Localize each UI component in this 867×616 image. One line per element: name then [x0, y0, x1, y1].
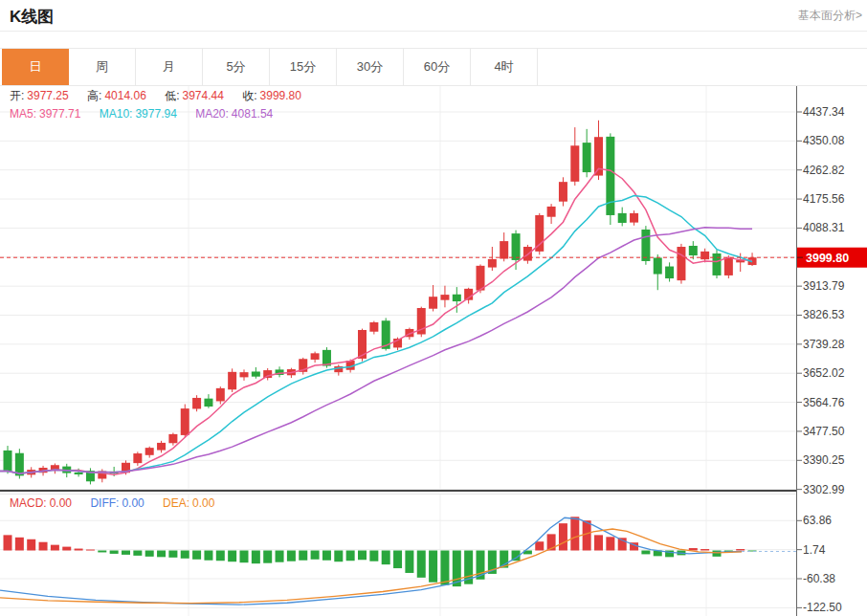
svg-text:3739.28: 3739.28	[803, 338, 845, 351]
period-tabs: 日周月5分15分30分60分4时	[2, 49, 538, 85]
tab-item-2[interactable]: 月	[136, 49, 203, 85]
svg-text:3302.99: 3302.99	[803, 483, 845, 496]
tab-item-0[interactable]: 日	[2, 49, 69, 85]
macd-bar: MACD:0.00 DIFF:0.00 DEA:0.00	[10, 496, 217, 510]
macd-label: MACD:	[10, 496, 47, 510]
dea-label: DEA:	[163, 496, 189, 510]
close-label: 收:	[242, 89, 256, 102]
ohlc-bar: 开:3977.25 高:4014.06 低:3974.44 收:3999.80	[10, 88, 304, 104]
high-label: 高:	[87, 89, 101, 102]
svg-text:-122.50: -122.50	[803, 601, 842, 614]
svg-text:-60.38: -60.38	[803, 572, 835, 585]
tab-item-7[interactable]: 4时	[471, 49, 538, 85]
close-value: 3999.80	[260, 89, 301, 102]
header: K线图 基本面分析>	[0, 0, 867, 32]
svg-text:3652.02: 3652.02	[803, 366, 845, 380]
low-label: 低:	[165, 89, 179, 102]
svg-text:4262.82: 4262.82	[803, 164, 845, 177]
open-label: 开:	[10, 89, 24, 102]
svg-text:3390.25: 3390.25	[803, 453, 845, 467]
svg-text:63.86: 63.86	[803, 514, 832, 527]
svg-text:4088.31: 4088.31	[803, 221, 845, 234]
svg-text:3999.80: 3999.80	[806, 252, 849, 265]
ma5-value: 3977.71	[39, 107, 80, 121]
svg-text:1.74: 1.74	[803, 543, 826, 557]
fundamental-analysis-link[interactable]: 基本面分析>	[798, 8, 862, 24]
ma10-value: 3977.94	[135, 107, 176, 121]
diff-label: DIFF:	[90, 496, 119, 510]
svg-text:3477.50: 3477.50	[803, 425, 845, 438]
diff-value: 0.00	[122, 496, 144, 510]
tab-item-5[interactable]: 30分	[337, 49, 404, 85]
dea-value: 0.00	[192, 496, 214, 510]
open-value: 3977.25	[27, 89, 68, 102]
ma-bar: MA5:3977.71 MA10:3977.94 MA20:4081.54	[10, 107, 276, 121]
svg-text:3564.76: 3564.76	[803, 396, 845, 409]
svg-text:4175.56: 4175.56	[803, 192, 845, 206]
svg-text:3826.53: 3826.53	[803, 308, 845, 321]
tab-item-4[interactable]: 15分	[270, 49, 337, 85]
high-value: 4014.06	[104, 89, 145, 102]
macd-value: 0.00	[50, 496, 72, 510]
ma20-value: 4081.54	[232, 107, 273, 121]
svg-text:4437.34: 4437.34	[803, 105, 845, 119]
ma20-label: MA20:	[195, 107, 229, 121]
tab-item-6[interactable]: 60分	[404, 49, 471, 85]
svg-text:3913.79: 3913.79	[803, 279, 845, 293]
chart-plot-area[interactable]	[0, 84, 796, 616]
svg-text:4350.08: 4350.08	[803, 134, 845, 147]
tab-item-1[interactable]: 周	[69, 49, 136, 85]
ma10-label: MA10:	[100, 107, 133, 121]
page-title: K线图	[10, 6, 54, 28]
period-tabbar: 日周月5分15分30分60分4时	[0, 48, 867, 86]
low-value: 3974.44	[183, 89, 224, 102]
tab-item-3[interactable]: 5分	[203, 49, 270, 85]
ma5-label: MA5:	[10, 107, 36, 121]
